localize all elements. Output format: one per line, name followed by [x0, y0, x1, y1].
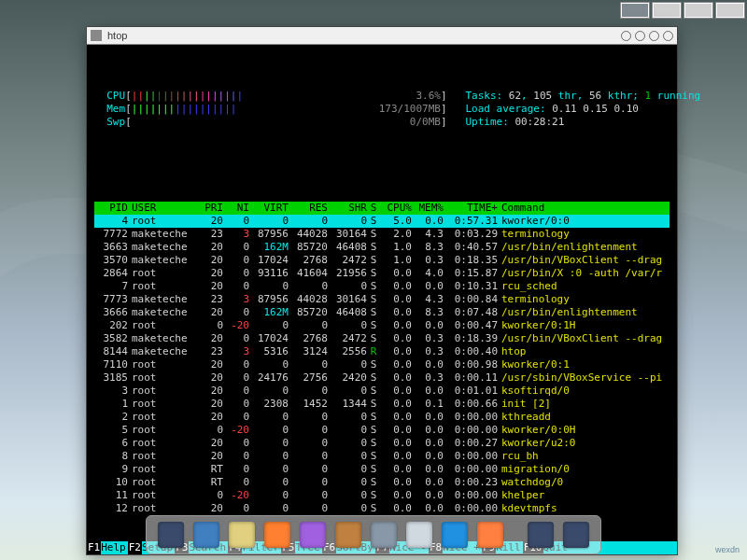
terminal-body[interactable]: CPU[|||||||||||||||||| 3.6%] Tasks: 62, …	[87, 45, 677, 541]
table-row[interactable]: 2864root200931164160421956S0.04.00:15.87…	[94, 267, 669, 280]
table-row[interactable]: 6root200000S0.00.00:00.27kworker/u2:0	[94, 437, 669, 450]
col-pid[interactable]: PID	[94, 202, 132, 215]
table-row[interactable]: 4root200000S5.00.00:57.31kworker/0:0	[94, 215, 669, 228]
files-icon[interactable]	[406, 522, 432, 548]
package-icon[interactable]	[335, 522, 361, 548]
table-row[interactable]: 3663maketeche200162M8572046408S1.08.30:4…	[94, 241, 669, 254]
col-s[interactable]: S	[367, 202, 380, 215]
col-pri[interactable]: PRI	[197, 202, 223, 215]
process-table: PIDUSERPRINIVIRTRESSHRSCPU%MEM%TIME+Comm…	[94, 202, 669, 515]
monitor-2-icon[interactable]	[563, 522, 589, 548]
col-ni[interactable]: NI	[223, 202, 249, 215]
monitor-1-icon[interactable]	[528, 522, 554, 548]
col-time[interactable]: TIME+	[444, 202, 501, 215]
table-row[interactable]: 7773maketeche233879564402830164S0.04.30:…	[94, 293, 669, 306]
firefox-icon[interactable]	[264, 522, 290, 548]
window-close-button[interactable]	[663, 31, 673, 41]
table-row[interactable]: 1root200230814521344S0.00.10:00.66init […	[94, 398, 669, 411]
col-user[interactable]: USER	[132, 202, 197, 215]
pager-cell-0[interactable]	[620, 2, 650, 19]
table-row[interactable]: 3root200000S0.00.00:01.01ksoftirqd/0	[94, 385, 669, 398]
table-row[interactable]: 3582maketeche2001702427682472S0.00.30:18…	[94, 332, 669, 345]
table-row[interactable]: 2root200000S0.00.00:00.00kthreadd	[94, 411, 669, 424]
table-row[interactable]: 202root0-20000S0.00.00:00.47kworker/0:1H	[94, 319, 669, 332]
table-row[interactable]: 9rootRT0000S0.00.00:00.00migration/0	[94, 463, 669, 476]
media-icon[interactable]	[300, 522, 326, 548]
pager-cell-1[interactable]	[652, 2, 682, 19]
fkey-f2[interactable]: F2	[128, 541, 142, 554]
table-row[interactable]: 10rootRT0000S0.00.00:00.23watchdog/0	[94, 476, 669, 489]
window-title: htop	[107, 30, 127, 41]
virtualbox-icon[interactable]	[371, 522, 397, 548]
pager-cell-3[interactable]	[715, 2, 745, 19]
col-res[interactable]: RES	[289, 202, 328, 215]
pager-cell-2[interactable]	[684, 2, 713, 19]
fkey-label-help[interactable]: Help	[101, 541, 128, 554]
window-app-icon	[91, 30, 102, 41]
ubuntu-icon[interactable]	[477, 522, 503, 548]
table-row[interactable]: 11root0-20000S0.00.00:00.00khelper	[94, 489, 669, 502]
col-cpu[interactable]: CPU%	[380, 202, 412, 215]
table-row[interactable]: 7root200000S0.00.00:10.31rcu_sched	[94, 280, 669, 293]
htop-window: htop CPU[|||||||||||||||||| 3.6%] Tasks:…	[86, 26, 678, 555]
search-blue-icon[interactable]	[193, 522, 219, 548]
col-shr[interactable]: SHR	[328, 202, 367, 215]
fkey-f1[interactable]: F1	[87, 541, 101, 554]
window-restore-button[interactable]	[649, 31, 659, 41]
window-titlebar[interactable]: htop	[87, 27, 677, 45]
col-command[interactable]: Command	[501, 202, 669, 215]
table-row[interactable]: 7110root200000S0.00.00:00.98kworker/0:1	[94, 358, 669, 371]
table-header[interactable]: PIDUSERPRINIVIRTRESSHRSCPU%MEM%TIME+Comm…	[94, 202, 669, 215]
watermark: wexdn	[715, 545, 740, 554]
table-row[interactable]: 3570maketeche2001702427682472S1.00.30:18…	[94, 254, 669, 267]
col-mem[interactable]: MEM%	[412, 202, 444, 215]
notes-icon[interactable]	[229, 522, 255, 548]
table-row[interactable]: 12root200000S0.00.00:00.00kdevtmpfs	[94, 502, 669, 515]
table-row[interactable]: 3185root2002417627562420S0.00.30:00.11/u…	[94, 371, 669, 385]
window-max-button[interactable]	[635, 31, 645, 41]
table-row[interactable]: 5root0-20000S0.00.00:00.00kworker/0:0H	[94, 424, 669, 437]
dock	[146, 515, 601, 554]
terminal-icon[interactable]	[158, 522, 184, 548]
col-virt[interactable]: VIRT	[249, 202, 289, 215]
magnifier-icon[interactable]	[442, 522, 468, 548]
table-row[interactable]: 7772maketeche233879564402830164S2.04.30:…	[94, 228, 669, 241]
workspace-pager[interactable]	[620, 2, 745, 19]
table-row[interactable]: 8root200000S0.00.00:00.00rcu_bh	[94, 450, 669, 463]
table-row[interactable]: 3666maketeche200162M8572046408S0.08.30:0…	[94, 306, 669, 319]
window-min-button[interactable]	[621, 31, 631, 41]
table-row[interactable]: 8144maketeche233531631242556R0.00.30:00.…	[94, 345, 669, 358]
